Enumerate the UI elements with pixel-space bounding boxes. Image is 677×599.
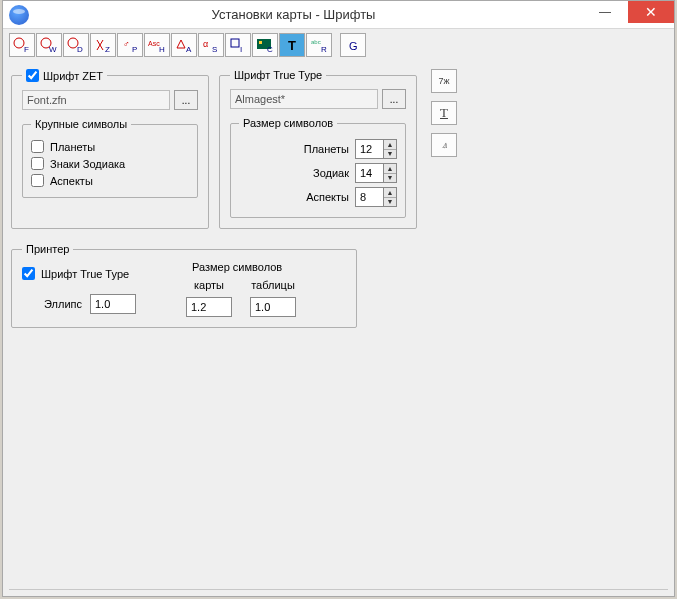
- svg-point-0: [14, 38, 24, 48]
- svg-point-2: [41, 38, 51, 48]
- svg-text:W: W: [49, 45, 57, 54]
- close-button[interactable]: ✕: [628, 1, 674, 23]
- label-planets: Планеты: [50, 141, 95, 153]
- label-zodiac: Знаки Зодиака: [50, 158, 125, 170]
- titlebar: Установки карты - Шрифты — ✕: [3, 1, 674, 29]
- label-size-zodiac: Зодиак: [313, 167, 349, 179]
- svg-text:F: F: [24, 45, 29, 54]
- window-title: Установки карты - Шрифты: [5, 7, 582, 22]
- svg-text:A: A: [186, 45, 192, 54]
- svg-text:R: R: [321, 45, 327, 54]
- spinner-zodiac-down[interactable]: ▼: [384, 174, 396, 183]
- toolbar-btn-5[interactable]: ♂P: [117, 33, 143, 57]
- toolbar-btn-7[interactable]: A: [171, 33, 197, 57]
- toolbar-btn-9[interactable]: I: [225, 33, 251, 57]
- minimize-button[interactable]: —: [582, 1, 628, 23]
- toolbar-btn-2[interactable]: W: [36, 33, 62, 57]
- label-printer-tt: Шрифт True Type: [41, 268, 129, 280]
- checkbox-printer-tt[interactable]: [22, 267, 35, 280]
- toolbar-btn-6[interactable]: AscH: [144, 33, 170, 57]
- svg-text:C: C: [267, 45, 273, 54]
- spinner-zodiac-up[interactable]: ▲: [384, 164, 396, 174]
- checkbox-aspects[interactable]: [31, 174, 44, 187]
- legend-font-truetype: Шрифт True Type: [230, 69, 326, 81]
- svg-text:G: G: [349, 40, 358, 52]
- label-aspects: Аспекты: [50, 175, 93, 187]
- spinner-aspects[interactable]: ▲▼: [355, 187, 397, 207]
- toolbar-btn-text-active[interactable]: T: [279, 33, 305, 57]
- side-buttons: 7ж T ⍋: [431, 69, 457, 229]
- toolbar-btn-4[interactable]: Z: [90, 33, 116, 57]
- input-ellipse[interactable]: [90, 294, 136, 314]
- content-area: Шрифт ZET ... Крупные символы Планеты Зн…: [3, 61, 674, 336]
- legend-font-zet-label: Шрифт ZET: [43, 70, 103, 82]
- toolbar-btn-1[interactable]: F: [9, 33, 35, 57]
- input-size-aspects[interactable]: [355, 187, 383, 207]
- legend-printer: Принтер: [22, 243, 73, 255]
- group-font-zet: Шрифт ZET ... Крупные символы Планеты Зн…: [11, 69, 209, 229]
- svg-text:Asc: Asc: [148, 40, 160, 47]
- label-size-aspects: Аспекты: [306, 191, 349, 203]
- svg-text:abc: abc: [311, 39, 321, 45]
- spinner-zodiac[interactable]: ▲▼: [355, 163, 397, 183]
- spinner-planets[interactable]: ▲▼: [355, 139, 397, 159]
- label-ellipse: Эллипс: [44, 298, 82, 310]
- spinner-aspects-up[interactable]: ▲: [384, 188, 396, 198]
- svg-rect-16: [257, 39, 271, 49]
- svg-text:D: D: [77, 45, 83, 54]
- label-table: таблицы: [250, 279, 296, 291]
- svg-text:♂: ♂: [123, 39, 130, 49]
- svg-rect-14: [231, 39, 239, 47]
- checkbox-font-zet[interactable]: [26, 69, 39, 82]
- toolbar-btn-10[interactable]: C: [252, 33, 278, 57]
- toolbar-btn-12[interactable]: abcR: [306, 33, 332, 57]
- browse-tt-font-button[interactable]: ...: [382, 89, 406, 109]
- side-btn-1[interactable]: 7ж: [431, 69, 457, 93]
- svg-rect-17: [259, 41, 262, 44]
- legend-size-symbols: Размер символов: [239, 117, 337, 129]
- checkbox-planets[interactable]: [31, 140, 44, 153]
- label-size-planets: Планеты: [304, 143, 349, 155]
- app-window: Установки карты - Шрифты — ✕ F W D Z ♂P …: [2, 0, 675, 597]
- spinner-planets-down[interactable]: ▼: [384, 150, 396, 159]
- browse-zet-font-button[interactable]: ...: [174, 90, 198, 110]
- input-size-zodiac[interactable]: [355, 163, 383, 183]
- svg-text:H: H: [159, 45, 165, 54]
- svg-text:T: T: [288, 38, 296, 53]
- window-buttons: — ✕: [582, 1, 674, 28]
- label-karta: карты: [186, 279, 232, 291]
- app-icon: [9, 5, 29, 25]
- side-btn-2[interactable]: T: [431, 101, 457, 125]
- input-size-planets[interactable]: [355, 139, 383, 159]
- side-btn-3[interactable]: ⍋: [431, 133, 457, 157]
- svg-point-4: [68, 38, 78, 48]
- footer-border: [9, 589, 668, 590]
- group-font-truetype: Шрифт True Type ... Размер символов План…: [219, 69, 417, 229]
- label-printer-size-header: Размер символов: [192, 261, 282, 273]
- group-size-symbols: Размер символов Планеты ▲▼ Зодиак ▲▼: [230, 117, 406, 218]
- svg-text:I: I: [240, 45, 242, 54]
- svg-text:Z: Z: [105, 45, 110, 54]
- spinner-planets-up[interactable]: ▲: [384, 140, 396, 150]
- group-printer: Принтер Шрифт True Type Эллипс Размер си…: [11, 243, 357, 328]
- svg-text:S: S: [212, 45, 217, 54]
- toolbar-btn-3[interactable]: D: [63, 33, 89, 57]
- toolbar: F W D Z ♂P AscH A αS I C T abcR G: [3, 29, 674, 61]
- checkbox-zodiac[interactable]: [31, 157, 44, 170]
- input-karta[interactable]: [186, 297, 232, 317]
- svg-text:P: P: [132, 45, 137, 54]
- group-large-symbols: Крупные символы Планеты Знаки Зодиака Ас…: [22, 118, 198, 198]
- legend-font-zet: Шрифт ZET: [22, 69, 107, 82]
- input-tt-font[interactable]: [230, 89, 378, 109]
- input-zet-font[interactable]: [22, 90, 170, 110]
- toolbar-btn-8[interactable]: αS: [198, 33, 224, 57]
- input-table[interactable]: [250, 297, 296, 317]
- toolbar-btn-g[interactable]: G: [340, 33, 366, 57]
- spinner-aspects-down[interactable]: ▼: [384, 198, 396, 207]
- svg-text:α: α: [203, 39, 208, 49]
- legend-large-symbols: Крупные символы: [31, 118, 131, 130]
